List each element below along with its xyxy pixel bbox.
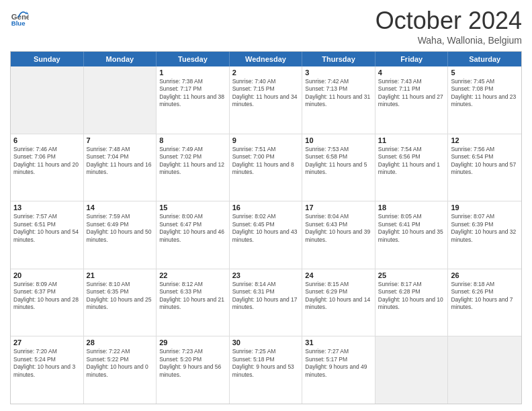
daylight-text: Daylight: 11 hours and 16 minutes. — [87, 161, 154, 177]
day-number: 1 — [159, 68, 226, 77]
day-number: 26 — [451, 271, 519, 279]
day-number: 31 — [305, 338, 372, 347]
header-day-sunday: Sunday — [11, 52, 84, 66]
daylight-text: Daylight: 10 hours and 46 minutes. — [159, 228, 226, 244]
daylight-text: Daylight: 10 hours and 35 minutes. — [378, 228, 445, 244]
day-cell-5: 5Sunrise: 7:45 AMSunset: 7:08 PMDaylight… — [448, 66, 521, 134]
day-cell-26: 26Sunrise: 8:18 AMSunset: 6:26 PMDayligh… — [448, 269, 521, 336]
day-cell-18: 18Sunrise: 8:05 AMSunset: 6:41 PMDayligh… — [375, 201, 449, 269]
day-number: 9 — [232, 136, 300, 144]
title-block: October 2024 Waha, Wallonia, Belgium — [375, 7, 522, 46]
daylight-text: Daylight: 10 hours and 54 minutes. — [13, 228, 81, 244]
sunset-text: Sunset: 6:49 PM — [87, 221, 154, 228]
day-cell-20: 20Sunrise: 8:09 AMSunset: 6:37 PMDayligh… — [11, 269, 84, 336]
sunrise-text: Sunrise: 7:20 AM — [13, 348, 81, 355]
daylight-text: Daylight: 11 hours and 31 minutes. — [305, 93, 372, 109]
empty-cell — [11, 66, 84, 134]
daylight-text: Daylight: 10 hours and 28 minutes. — [13, 296, 81, 312]
day-number: 30 — [232, 338, 300, 347]
sunrise-text: Sunrise: 7:22 AM — [87, 348, 154, 355]
day-number: 3 — [305, 68, 372, 77]
day-cell-30: 30Sunrise: 7:25 AMSunset: 5:18 PMDayligh… — [230, 336, 303, 404]
daylight-text: Daylight: 11 hours and 23 minutes. — [451, 93, 519, 109]
daylight-text: Daylight: 10 hours and 10 minutes. — [378, 296, 445, 312]
day-cell-28: 28Sunrise: 7:22 AMSunset: 5:22 PMDayligh… — [84, 336, 157, 404]
day-number: 14 — [87, 203, 154, 212]
sunset-text: Sunset: 5:18 PM — [232, 356, 300, 363]
sunset-text: Sunset: 7:08 PM — [451, 85, 519, 93]
sunrise-text: Sunrise: 7:51 AM — [232, 146, 300, 153]
sunset-text: Sunset: 6:41 PM — [378, 221, 445, 228]
header-day-saturday: Saturday — [448, 52, 521, 66]
sunset-text: Sunset: 7:13 PM — [305, 85, 372, 93]
sunset-text: Sunset: 7:17 PM — [159, 85, 226, 93]
day-cell-23: 23Sunrise: 8:14 AMSunset: 6:31 PMDayligh… — [230, 269, 303, 336]
daylight-text: Daylight: 10 hours and 21 minutes. — [159, 296, 226, 312]
sunrise-text: Sunrise: 7:54 AM — [378, 146, 445, 153]
sunset-text: Sunset: 6:51 PM — [13, 221, 81, 228]
sunrise-text: Sunrise: 8:05 AM — [378, 213, 445, 220]
sunset-text: Sunset: 6:26 PM — [451, 288, 519, 295]
sunset-text: Sunset: 7:00 PM — [232, 153, 300, 161]
sunset-text: Sunset: 7:04 PM — [87, 153, 154, 161]
day-number: 15 — [159, 203, 226, 212]
day-cell-3: 3Sunrise: 7:42 AMSunset: 7:13 PMDaylight… — [302, 66, 375, 134]
day-number: 7 — [87, 136, 154, 144]
day-cell-15: 15Sunrise: 8:00 AMSunset: 6:47 PMDayligh… — [157, 201, 230, 269]
sunrise-text: Sunrise: 8:15 AM — [305, 281, 372, 288]
day-cell-17: 17Sunrise: 8:04 AMSunset: 6:43 PMDayligh… — [302, 201, 375, 269]
day-number: 6 — [13, 136, 81, 144]
logo-icon: General Blue — [10, 7, 29, 26]
empty-cell — [448, 336, 521, 404]
day-number: 10 — [305, 136, 372, 144]
day-cell-7: 7Sunrise: 7:48 AMSunset: 7:04 PMDaylight… — [84, 134, 157, 201]
sunset-text: Sunset: 6:56 PM — [378, 153, 445, 161]
day-cell-1: 1Sunrise: 7:38 AMSunset: 7:17 PMDaylight… — [157, 66, 230, 134]
daylight-text: Daylight: 10 hours and 43 minutes. — [232, 228, 300, 244]
daylight-text: Daylight: 11 hours and 12 minutes. — [159, 161, 226, 177]
sunset-text: Sunset: 6:45 PM — [232, 221, 300, 228]
sunset-text: Sunset: 5:17 PM — [305, 356, 372, 363]
calendar-week-1: 1Sunrise: 7:38 AMSunset: 7:17 PMDaylight… — [11, 66, 521, 134]
sunrise-text: Sunrise: 8:18 AM — [451, 281, 519, 288]
calendar-body: 1Sunrise: 7:38 AMSunset: 7:17 PMDaylight… — [11, 66, 521, 404]
daylight-text: Daylight: 10 hours and 14 minutes. — [305, 296, 372, 312]
day-number: 25 — [378, 271, 445, 279]
daylight-text: Daylight: 11 hours and 38 minutes. — [159, 93, 226, 109]
day-cell-29: 29Sunrise: 7:23 AMSunset: 5:20 PMDayligh… — [157, 336, 230, 404]
day-cell-19: 19Sunrise: 8:07 AMSunset: 6:39 PMDayligh… — [448, 201, 521, 269]
header-day-friday: Friday — [375, 52, 449, 66]
sunrise-text: Sunrise: 7:46 AM — [13, 146, 81, 153]
empty-cell — [375, 336, 449, 404]
sunrise-text: Sunrise: 8:12 AM — [159, 281, 226, 288]
day-number: 28 — [87, 338, 154, 347]
sunrise-text: Sunrise: 7:27 AM — [305, 348, 372, 355]
sunrise-text: Sunrise: 7:40 AM — [232, 78, 300, 85]
day-cell-14: 14Sunrise: 7:59 AMSunset: 6:49 PMDayligh… — [84, 201, 157, 269]
day-cell-24: 24Sunrise: 8:15 AMSunset: 6:29 PMDayligh… — [302, 269, 375, 336]
sunset-text: Sunset: 6:58 PM — [305, 153, 372, 161]
month-title: October 2024 — [375, 7, 522, 35]
day-cell-9: 9Sunrise: 7:51 AMSunset: 7:00 PMDaylight… — [230, 134, 303, 201]
day-cell-4: 4Sunrise: 7:43 AMSunset: 7:11 PMDaylight… — [375, 66, 449, 134]
sunset-text: Sunset: 6:39 PM — [451, 221, 519, 228]
sunrise-text: Sunrise: 8:14 AM — [232, 281, 300, 288]
svg-text:Blue: Blue — [11, 19, 26, 26]
day-cell-6: 6Sunrise: 7:46 AMSunset: 7:06 PMDaylight… — [11, 134, 84, 201]
header-day-monday: Monday — [84, 52, 157, 66]
day-cell-16: 16Sunrise: 8:02 AMSunset: 6:45 PMDayligh… — [230, 201, 303, 269]
sunset-text: Sunset: 6:33 PM — [159, 288, 226, 295]
day-number: 8 — [159, 136, 226, 144]
day-number: 27 — [13, 338, 81, 347]
day-number: 4 — [378, 68, 445, 77]
daylight-text: Daylight: 9 hours and 56 minutes. — [159, 363, 226, 379]
daylight-text: Daylight: 11 hours and 1 minute. — [378, 161, 445, 177]
calendar-week-4: 20Sunrise: 8:09 AMSunset: 6:37 PMDayligh… — [11, 269, 521, 337]
daylight-text: Daylight: 10 hours and 57 minutes. — [451, 161, 519, 177]
daylight-text: Daylight: 11 hours and 5 minutes. — [305, 161, 372, 177]
day-number: 12 — [451, 136, 519, 144]
sunrise-text: Sunrise: 8:09 AM — [13, 281, 81, 288]
sunset-text: Sunset: 6:31 PM — [232, 288, 300, 295]
daylight-text: Daylight: 9 hours and 49 minutes. — [305, 363, 372, 379]
sunrise-text: Sunrise: 7:23 AM — [159, 348, 226, 355]
